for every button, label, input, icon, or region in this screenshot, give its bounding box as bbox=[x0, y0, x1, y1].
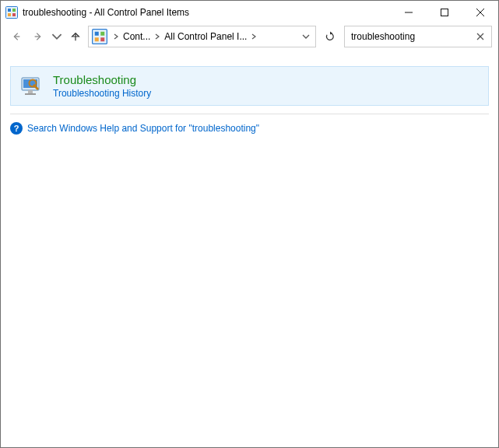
svg-rect-20 bbox=[28, 90, 33, 93]
help-search-link[interactable]: Search Windows Help and Support for "tro… bbox=[27, 123, 259, 134]
control-panel-icon bbox=[5, 6, 18, 19]
breadcrumb-separator[interactable] bbox=[248, 26, 259, 47]
result-text-block: Troubleshooting Troubleshooting History bbox=[53, 73, 151, 99]
clear-search-button[interactable] bbox=[473, 29, 488, 44]
svg-rect-2 bbox=[12, 9, 16, 12]
breadcrumb-item[interactable]: Cont... bbox=[121, 26, 152, 47]
breadcrumb-item[interactable]: All Control Panel I... bbox=[163, 26, 248, 47]
address-dropdown-button[interactable] bbox=[298, 26, 314, 47]
navigation-bar: Cont... All Control Panel I... bbox=[1, 24, 498, 52]
svg-rect-15 bbox=[100, 37, 104, 41]
help-link-row: ? Search Windows Help and Support for "t… bbox=[10, 121, 489, 136]
svg-rect-0 bbox=[6, 7, 18, 19]
svg-rect-1 bbox=[8, 9, 11, 12]
result-title-link[interactable]: Troubleshooting bbox=[53, 73, 151, 86]
svg-rect-11 bbox=[93, 30, 107, 44]
window-title: troubleshooting - All Control Panel Item… bbox=[23, 7, 391, 18]
svg-rect-13 bbox=[100, 32, 104, 36]
svg-rect-12 bbox=[95, 32, 99, 36]
svg-rect-21 bbox=[25, 93, 36, 95]
search-result-group: Troubleshooting Troubleshooting History bbox=[10, 66, 489, 106]
forward-button[interactable] bbox=[29, 27, 47, 46]
svg-rect-3 bbox=[8, 13, 11, 16]
control-panel-icon bbox=[92, 29, 107, 44]
title-bar: troubleshooting - All Control Panel Item… bbox=[1, 1, 498, 24]
search-box[interactable] bbox=[344, 26, 492, 47]
minimize-button[interactable] bbox=[391, 1, 427, 24]
troubleshooting-icon bbox=[19, 73, 44, 98]
help-icon: ? bbox=[10, 122, 23, 135]
up-button[interactable] bbox=[66, 27, 85, 46]
separator bbox=[10, 114, 489, 114]
search-input[interactable] bbox=[348, 31, 473, 42]
svg-rect-14 bbox=[95, 37, 99, 41]
close-button[interactable] bbox=[462, 1, 498, 24]
recent-locations-button[interactable] bbox=[51, 27, 63, 46]
maximize-button[interactable] bbox=[427, 1, 462, 24]
breadcrumb-separator[interactable] bbox=[111, 26, 121, 47]
back-button[interactable] bbox=[7, 27, 26, 46]
svg-rect-6 bbox=[441, 9, 448, 16]
refresh-button[interactable] bbox=[319, 26, 341, 47]
content-area: Troubleshooting Troubleshooting History … bbox=[1, 52, 498, 447]
svg-rect-4 bbox=[12, 13, 16, 16]
result-subitem-link[interactable]: Troubleshooting History bbox=[53, 88, 151, 99]
address-bar[interactable]: Cont... All Control Panel I... bbox=[88, 26, 316, 47]
breadcrumb-separator[interactable] bbox=[152, 26, 163, 47]
